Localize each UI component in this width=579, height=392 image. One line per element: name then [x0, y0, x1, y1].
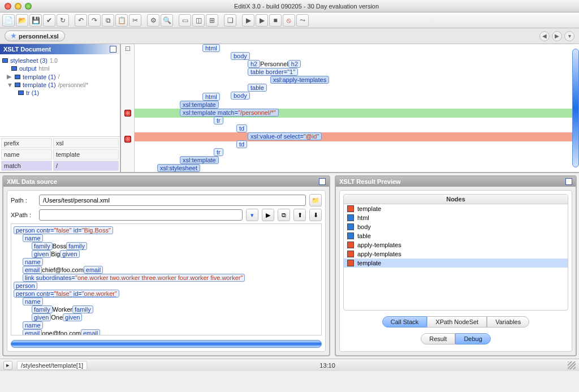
node-row[interactable]: apply-templates [344, 240, 568, 249]
node-label: template [357, 205, 381, 212]
outline-template-2[interactable]: ▼ template (1) /personnel/* [2, 81, 118, 89]
xpath-run-button[interactable]: ▶ [262, 209, 274, 221]
outline-template-1[interactable]: ▶ template (1) / [2, 72, 118, 81]
tab-call-stack[interactable]: Call Stack [382, 316, 427, 328]
tab-label: personnel.xsl [19, 33, 59, 40]
nodes-list[interactable]: templatehtmlbodytableapply-templatesappl… [344, 204, 568, 310]
reload-icon[interactable]: ↻ [57, 14, 69, 27]
tag-tr-open[interactable]: tr [214, 117, 223, 124]
source-tree[interactable]: person contr="false" id="Big.Boss" name … [11, 223, 322, 335]
panel-toggle-icon[interactable] [319, 178, 326, 185]
tile-icon[interactable]: ❏ [224, 14, 236, 27]
tab-xpath-nodeset[interactable]: XPath NodeSet [427, 316, 487, 328]
node-label: html [357, 214, 369, 221]
tab-variables[interactable]: Variables [487, 316, 529, 328]
tag-h2-open[interactable]: h2 [248, 60, 260, 68]
breakpoint-marker[interactable] [124, 136, 131, 143]
tag-body-close[interactable]: body [231, 92, 250, 100]
horizontal-scrollbar[interactable] [11, 340, 322, 348]
result-preview-title: XSLT Result Preview [339, 178, 401, 185]
panel3-icon[interactable]: ⊞ [206, 14, 218, 27]
copy-icon[interactable]: ⧉ [102, 14, 114, 27]
vertical-scrollbar[interactable] [572, 49, 579, 167]
tag-table-close[interactable]: table [248, 84, 267, 92]
tag-tr-close[interactable]: tr [214, 148, 223, 156]
node-row[interactable]: body [344, 222, 568, 231]
tag-td-close[interactable]: td [236, 140, 247, 148]
xpath-tool1-button[interactable]: ⧉ [278, 209, 290, 221]
tag-h2-close[interactable]: h2 [288, 60, 301, 68]
debug-run-icon[interactable]: ▶ [256, 14, 268, 27]
node-row[interactable]: html [344, 213, 568, 222]
next-tab-button[interactable]: ▶ [552, 31, 562, 41]
data-source-title: XML Data source [7, 178, 57, 185]
element-node-icon [347, 214, 354, 221]
node-row[interactable]: template [344, 259, 568, 268]
tab-menu-button[interactable]: ▾ [564, 31, 574, 41]
tag-value-of[interactable]: xsl:value-of select="@id" [248, 132, 322, 140]
disclosure-open-icon[interactable]: ▼ [7, 81, 12, 88]
resize-grip-icon[interactable] [568, 361, 576, 369]
minimize-window-button[interactable] [15, 3, 21, 10]
outline-root[interactable]: stylesheet (3) 1.0 [2, 57, 118, 64]
xpath-up-button[interactable]: ⬆ [293, 209, 306, 221]
undo-icon[interactable]: ↶ [75, 14, 87, 27]
tag-template-match[interactable]: xsl:template match="/personnel/*" [180, 109, 279, 117]
find-icon[interactable]: 🔍 [161, 14, 173, 27]
outline-tree[interactable]: stylesheet (3) 1.0 output html ▶ templat… [0, 54, 120, 136]
path-label: Path : [11, 197, 36, 204]
node-row[interactable]: table [344, 231, 568, 240]
disclosure-closed-icon[interactable]: ▶ [7, 73, 12, 80]
tag-stylesheet-close[interactable]: xsl:stylesheet [157, 164, 200, 172]
breakpoint-marker[interactable] [124, 110, 131, 117]
document-tab[interactable]: ★ personnel.xsl [5, 31, 65, 41]
xpath-dropdown-button[interactable]: ▾ [246, 209, 258, 221]
redo-icon[interactable]: ↷ [88, 14, 101, 27]
node-label: template [357, 260, 381, 266]
step-icon[interactable]: ⤳ [296, 14, 309, 27]
outline-output[interactable]: output html [2, 64, 118, 72]
tag-html-close[interactable]: html [202, 44, 220, 52]
panel1-icon[interactable]: ▭ [179, 14, 191, 27]
tag-table-open[interactable]: table border="1" [248, 68, 298, 76]
node-row[interactable]: template [344, 204, 568, 213]
xpath-down-button[interactable]: ⬇ [309, 209, 322, 221]
paste-icon[interactable]: 📋 [115, 14, 128, 27]
browse-button[interactable]: 📁 [309, 194, 322, 206]
tab-result[interactable]: Result [421, 333, 455, 344]
open-icon[interactable]: 📂 [16, 14, 28, 27]
prev-tab-button[interactable]: ◀ [539, 31, 550, 41]
tag-apply-templates[interactable]: xsl:apply-templates [270, 76, 329, 84]
tag-td-open[interactable]: td [236, 124, 247, 132]
outline-tr[interactable]: tr (1) [2, 89, 118, 97]
stop-icon[interactable]: ■ [269, 14, 282, 27]
run-icon[interactable]: ▶ [242, 14, 254, 27]
document-tabbar: ★ personnel.xsl ◀ ▶ ▾ [0, 28, 579, 44]
panel2-icon[interactable]: ◫ [192, 14, 205, 27]
panel-toggle-icon[interactable] [565, 178, 572, 185]
stop-all-icon[interactable]: ⦸ [283, 14, 295, 27]
panel-toggle-icon[interactable] [110, 46, 116, 53]
cut-icon[interactable]: ✂ [129, 14, 141, 27]
zoom-window-button[interactable] [25, 3, 32, 10]
prop-row-match[interactable]: match/ [1, 161, 119, 171]
tag-template-close[interactable]: xsl:template [180, 101, 219, 109]
path-input[interactable] [39, 195, 306, 206]
result-subtabs: Call Stack XPath NodeSet Variables [347, 316, 565, 328]
tab-debug[interactable]: Debug [455, 333, 490, 344]
pref-icon[interactable]: ⚙ [147, 14, 159, 27]
validate-icon[interactable]: ✔ [43, 14, 55, 27]
xpath-input[interactable] [39, 209, 243, 221]
fold-handle[interactable]: - [126, 46, 130, 51]
template-node-icon [347, 205, 354, 212]
close-window-button[interactable] [5, 3, 11, 10]
tag-template-close2[interactable]: xsl:template [180, 156, 219, 164]
tag-body[interactable]: body [231, 52, 250, 60]
status-menu-button[interactable]: ▸ [3, 361, 12, 370]
tag-editor[interactable]: html body h2Personnelh2 table border="1"… [135, 44, 579, 172]
node-row[interactable]: apply-templates [344, 249, 568, 259]
new-doc-icon[interactable]: 📄 [2, 14, 15, 27]
node-label: table [357, 232, 371, 239]
tag-html-close2[interactable]: html [202, 93, 220, 101]
save-icon[interactable]: 💾 [29, 14, 42, 27]
